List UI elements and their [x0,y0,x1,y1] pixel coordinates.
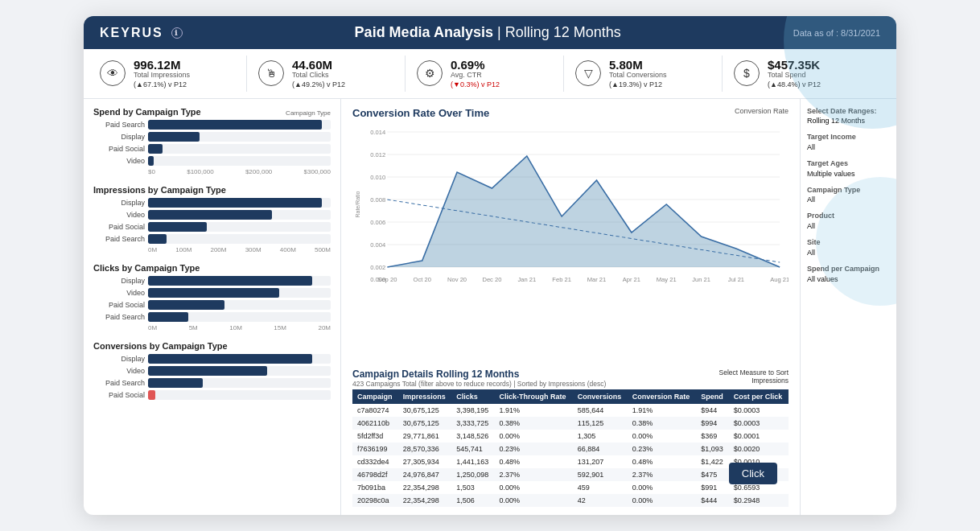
table-cell: 115,125 [573,417,628,430]
bar-row: Display [93,198,331,208]
conversion-rate-section: Conversion Rate Over Time Conversion Rat… [352,107,789,364]
table-cell: 2.37% [628,468,696,481]
bar-track [148,300,331,310]
filter-group[interactable]: Campaign Type All [807,186,890,204]
kpi-item: 🖱 44.60M Total Clicks (▲49.2%) v P12 [247,56,406,92]
bar-fill [148,120,322,130]
kpi-label: Total Clicks [292,71,345,80]
table-sort-label: Select Measure to Sort Impressions [719,368,789,385]
bar-fill [148,132,200,142]
bar-track [148,120,331,130]
table-cell: $994 [696,417,728,430]
bar-label: Video [93,289,145,297]
svg-text:0.014: 0.014 [370,129,385,136]
table-cell: 0.00% [495,494,573,507]
bar-fill [148,144,163,154]
kpi-value: 0.69% [451,59,500,71]
right-panel: Select Date Ranges: Rolling 12 Months Ta… [800,99,896,515]
table-row: c7a8027430,675,1253,398,1951.91%585,6441… [352,404,789,417]
bar-fill [148,210,272,220]
conversions-chart-title: Conversions by Campaign Type [93,341,331,351]
info-icon[interactable]: ℹ [171,27,183,39]
bar-track [148,276,331,286]
kpi-change: (▲19.3%) v P12 [609,80,667,88]
svg-text:Mar 21: Mar 21 [587,276,607,283]
table-row: 7b091ba22,354,2981,5030.00%4590.00%$991$… [352,481,789,494]
bar-track [148,132,331,142]
table-cell: 2.37% [495,468,573,481]
bar-row: Paid Search [93,234,331,244]
bar-label: Video [93,157,145,165]
table-column-header: Conversion Rate [628,389,696,404]
table-column-header: Impressions [398,389,452,404]
svg-text:Sep 20: Sep 20 [377,276,397,283]
table-cell: 592,901 [573,468,628,481]
conversion-rate-title: Conversion Rate Over Time [352,107,489,119]
data-date: Data as of : 8/31/2021 [793,28,880,38]
bar-track [148,144,331,154]
table-cell: 0.48% [628,455,696,468]
bar-row: Video [93,366,331,376]
kpi-label: Avg. CTR [451,71,500,80]
bar-label: Paid Social [93,223,145,231]
campaign-table: CampaignImpressionsClicksClick-Through R… [352,389,789,507]
bar-row: Display [93,132,331,142]
svg-text:0.002: 0.002 [370,264,385,271]
bar-label: Display [93,199,145,207]
filter-label: Site [807,238,890,248]
bar-fill [148,222,207,232]
left-panel: Spend by Campaign Type Campaign Type Pai… [84,99,341,515]
svg-text:Oct 20: Oct 20 [414,276,431,283]
campaign-table-section: Campaign Details Rolling 12 Months 423 C… [352,368,789,507]
table-cell: 0.23% [628,442,696,455]
bar-fill [148,234,167,244]
conversions-bar-chart: Display Video Paid Search Paid Social [93,354,331,400]
table-cell: $0.0003 [729,404,789,417]
filter-group[interactable]: Target Ages Multiple values [807,159,890,178]
bar-fill [148,300,224,310]
kpi-label: Total Spend [768,71,821,80]
filter-group[interactable]: Target Income All [807,133,890,151]
kpi-bar: 👁 996.12M Total Impressions (▲67.1%) v P… [84,49,896,99]
bar-row: Display [93,354,331,364]
bar-row: Video [93,210,331,220]
table-cell: cd332de4 [352,455,398,468]
bar-track [148,378,331,388]
filter-value: All values [807,275,890,283]
conversions-chart: Conversions by Campaign Type Display Vid… [93,341,331,400]
kpi-icon: $ [734,60,760,86]
bar-track [148,288,331,298]
filter-group[interactable]: Spend per Campaign All values [807,265,890,283]
svg-text:Jun 21: Jun 21 [692,276,710,283]
table-cell: 1,250,098 [451,468,494,481]
table-cell: 1.91% [495,404,573,417]
dashboard: KEYRUS ℹ Paid Media Analysis | Rolling 1… [84,16,896,515]
spend-chart-legend: Campaign Type [286,109,331,117]
clicks-bar-chart: Display Video Paid Social Paid Search [93,276,331,322]
table-cell: 30,675,125 [398,404,452,417]
table-row: 46798d2f24,976,8471,250,0982.37%592,9012… [352,468,789,481]
svg-text:Dec 20: Dec 20 [482,276,501,283]
svg-text:0.006: 0.006 [370,219,385,226]
kpi-value: 44.60M [292,59,345,71]
bar-row: Display [93,276,331,286]
bar-label: Paid Social [93,301,145,309]
filter-label: Target Ages [807,159,890,169]
table-row: 20298c0a22,354,2981,5060.00%420.00%$444$… [352,494,789,507]
bar-label: Paid Search [93,313,145,321]
table-cell: 1,506 [451,494,494,507]
bar-fill [148,288,279,298]
svg-text:Jul 21: Jul 21 [728,276,744,283]
filter-group[interactable]: Site All [807,238,890,257]
filter-label: Target Income [807,133,890,142]
bar-label: Display [93,277,145,285]
table-cell: 459 [573,481,628,494]
filter-group[interactable]: Select Date Ranges: Rolling 12 Months [807,107,890,126]
click-button[interactable]: Click [729,463,777,484]
table-cell: 131,207 [573,455,628,468]
bar-label: Paid Search [93,121,145,129]
table-row: f763619928,570,336545,7410.23%66,8840.23… [352,442,789,455]
filter-group[interactable]: Product All [807,212,890,230]
svg-text:0.004: 0.004 [370,241,385,249]
filter-value: Rolling 12 Months [807,117,890,125]
